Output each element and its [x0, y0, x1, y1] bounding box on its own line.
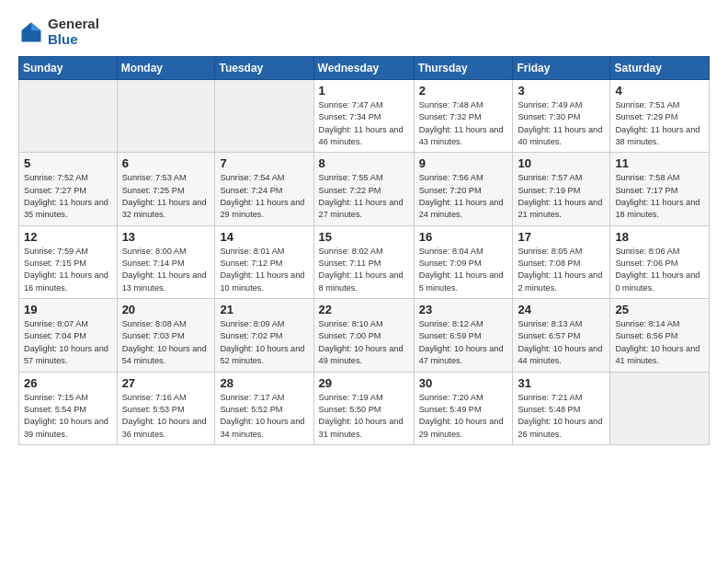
calendar-cell: 21Sunrise: 8:09 AM Sunset: 7:02 PM Dayli… [215, 299, 313, 372]
day-info: Sunrise: 8:01 AM Sunset: 7:12 PM Dayligh… [220, 246, 308, 294]
page: General Blue SundayMondayTuesdayWednesda… [0, 0, 728, 563]
day-info: Sunrise: 8:07 AM Sunset: 7:04 PM Dayligh… [24, 318, 112, 367]
day-number: 3 [518, 84, 605, 98]
day-number: 23 [419, 303, 508, 316]
logo: General Blue [18, 17, 99, 47]
svg-marker-1 [31, 22, 41, 30]
calendar-cell: 7Sunrise: 7:54 AM Sunset: 7:24 PM Daylig… [215, 153, 313, 225]
day-number: 1 [319, 84, 409, 98]
day-info: Sunrise: 7:55 AM Sunset: 7:22 PM Dayligh… [319, 172, 409, 221]
weekday-header-saturday: Saturday [610, 57, 710, 80]
calendar-cell: 10Sunrise: 7:57 AM Sunset: 7:19 PM Dayli… [513, 153, 610, 225]
calendar-cell: 3Sunrise: 7:49 AM Sunset: 7:30 PM Daylig… [513, 80, 610, 153]
day-number: 31 [518, 376, 605, 390]
day-number: 24 [518, 303, 605, 316]
calendar-week-row: 12Sunrise: 7:59 AM Sunset: 7:15 PM Dayli… [19, 225, 710, 298]
calendar-cell: 14Sunrise: 8:01 AM Sunset: 7:12 PM Dayli… [215, 225, 313, 298]
day-info: Sunrise: 7:52 AM Sunset: 7:27 PM Dayligh… [24, 172, 112, 221]
calendar-cell: 23Sunrise: 8:12 AM Sunset: 6:59 PM Dayli… [414, 299, 513, 372]
day-number: 2 [419, 84, 508, 98]
day-number: 18 [615, 230, 704, 244]
day-number: 19 [24, 303, 112, 316]
weekday-header-monday: Monday [117, 57, 215, 80]
day-number: 28 [220, 376, 308, 390]
day-number: 6 [122, 156, 210, 170]
day-info: Sunrise: 8:05 AM Sunset: 7:08 PM Dayligh… [518, 246, 605, 294]
day-number: 29 [319, 376, 409, 390]
calendar-week-row: 5Sunrise: 7:52 AM Sunset: 7:27 PM Daylig… [19, 153, 710, 225]
calendar-cell: 30Sunrise: 7:20 AM Sunset: 5:49 PM Dayli… [414, 372, 513, 444]
calendar-cell [215, 80, 313, 153]
day-number: 25 [615, 303, 704, 316]
day-number: 15 [319, 230, 409, 244]
calendar-cell: 17Sunrise: 8:05 AM Sunset: 7:08 PM Dayli… [513, 225, 610, 298]
calendar-cell: 16Sunrise: 8:04 AM Sunset: 7:09 PM Dayli… [414, 225, 513, 298]
calendar-cell: 2Sunrise: 7:48 AM Sunset: 7:32 PM Daylig… [414, 80, 513, 153]
day-number: 30 [419, 376, 508, 390]
day-info: Sunrise: 7:56 AM Sunset: 7:20 PM Dayligh… [419, 172, 508, 221]
day-number: 16 [419, 230, 508, 244]
calendar-week-row: 19Sunrise: 8:07 AM Sunset: 7:04 PM Dayli… [19, 299, 710, 372]
calendar-week-row: 26Sunrise: 7:15 AM Sunset: 5:54 PM Dayli… [19, 372, 710, 444]
calendar-week-row: 1Sunrise: 7:47 AM Sunset: 7:34 PM Daylig… [19, 80, 710, 153]
day-info: Sunrise: 8:13 AM Sunset: 6:57 PM Dayligh… [518, 318, 605, 367]
day-info: Sunrise: 7:53 AM Sunset: 7:25 PM Dayligh… [122, 172, 210, 221]
day-info: Sunrise: 8:08 AM Sunset: 7:03 PM Dayligh… [122, 318, 210, 367]
calendar-cell: 19Sunrise: 8:07 AM Sunset: 7:04 PM Dayli… [19, 299, 118, 372]
calendar-cell: 6Sunrise: 7:53 AM Sunset: 7:25 PM Daylig… [117, 153, 215, 225]
header: General Blue [18, 17, 710, 47]
day-number: 7 [220, 156, 308, 170]
calendar-cell: 1Sunrise: 7:47 AM Sunset: 7:34 PM Daylig… [313, 80, 414, 153]
day-number: 4 [615, 84, 704, 98]
calendar-cell: 11Sunrise: 7:58 AM Sunset: 7:17 PM Dayli… [610, 153, 710, 225]
calendar-cell: 20Sunrise: 8:08 AM Sunset: 7:03 PM Dayli… [117, 299, 215, 372]
day-number: 14 [220, 230, 308, 244]
day-number: 26 [24, 376, 112, 390]
logo-text: General Blue [48, 17, 99, 47]
calendar-cell: 4Sunrise: 7:51 AM Sunset: 7:29 PM Daylig… [610, 80, 710, 153]
calendar-cell: 9Sunrise: 7:56 AM Sunset: 7:20 PM Daylig… [414, 153, 513, 225]
day-info: Sunrise: 8:10 AM Sunset: 7:00 PM Dayligh… [319, 318, 409, 367]
day-info: Sunrise: 7:17 AM Sunset: 5:52 PM Dayligh… [220, 392, 308, 441]
day-info: Sunrise: 8:02 AM Sunset: 7:11 PM Dayligh… [319, 246, 409, 294]
day-number: 22 [319, 303, 409, 316]
day-info: Sunrise: 7:59 AM Sunset: 7:15 PM Dayligh… [24, 246, 112, 294]
day-info: Sunrise: 8:00 AM Sunset: 7:14 PM Dayligh… [122, 246, 210, 294]
calendar-cell: 12Sunrise: 7:59 AM Sunset: 7:15 PM Dayli… [19, 225, 118, 298]
weekday-header-friday: Friday [513, 57, 610, 80]
day-info: Sunrise: 7:49 AM Sunset: 7:30 PM Dayligh… [518, 99, 605, 148]
day-info: Sunrise: 8:04 AM Sunset: 7:09 PM Dayligh… [419, 246, 508, 294]
calendar-cell [610, 372, 710, 444]
calendar-table: SundayMondayTuesdayWednesdayThursdayFrid… [18, 56, 710, 445]
calendar-cell: 31Sunrise: 7:21 AM Sunset: 5:48 PM Dayli… [513, 372, 610, 444]
calendar-cell: 18Sunrise: 8:06 AM Sunset: 7:06 PM Dayli… [610, 225, 710, 298]
day-info: Sunrise: 7:19 AM Sunset: 5:50 PM Dayligh… [319, 392, 409, 441]
calendar-cell: 27Sunrise: 7:16 AM Sunset: 5:53 PM Dayli… [117, 372, 215, 444]
calendar-cell: 13Sunrise: 8:00 AM Sunset: 7:14 PM Dayli… [117, 225, 215, 298]
day-number: 12 [24, 230, 112, 244]
calendar-cell: 24Sunrise: 8:13 AM Sunset: 6:57 PM Dayli… [513, 299, 610, 372]
day-info: Sunrise: 8:06 AM Sunset: 7:06 PM Dayligh… [615, 246, 704, 294]
day-number: 21 [220, 303, 308, 316]
weekday-header-tuesday: Tuesday [215, 57, 313, 80]
day-info: Sunrise: 7:48 AM Sunset: 7:32 PM Dayligh… [419, 99, 508, 148]
calendar-cell: 15Sunrise: 8:02 AM Sunset: 7:11 PM Dayli… [313, 225, 414, 298]
day-info: Sunrise: 7:47 AM Sunset: 7:34 PM Dayligh… [319, 99, 409, 148]
day-info: Sunrise: 7:58 AM Sunset: 7:17 PM Dayligh… [615, 172, 704, 221]
calendar-cell [19, 80, 118, 153]
day-number: 8 [319, 156, 409, 170]
calendar-cell: 8Sunrise: 7:55 AM Sunset: 7:22 PM Daylig… [313, 153, 414, 225]
day-info: Sunrise: 7:54 AM Sunset: 7:24 PM Dayligh… [220, 172, 308, 221]
day-info: Sunrise: 8:14 AM Sunset: 6:56 PM Dayligh… [615, 318, 704, 367]
weekday-header-wednesday: Wednesday [313, 57, 414, 80]
day-info: Sunrise: 8:12 AM Sunset: 6:59 PM Dayligh… [419, 318, 508, 367]
day-number: 10 [518, 156, 605, 170]
day-info: Sunrise: 7:21 AM Sunset: 5:48 PM Dayligh… [518, 392, 605, 441]
day-info: Sunrise: 7:20 AM Sunset: 5:49 PM Dayligh… [419, 392, 508, 441]
calendar-cell: 22Sunrise: 8:10 AM Sunset: 7:00 PM Dayli… [313, 299, 414, 372]
day-number: 5 [24, 156, 112, 170]
calendar-cell [117, 80, 215, 153]
svg-marker-2 [22, 22, 32, 30]
day-number: 27 [122, 376, 210, 390]
day-info: Sunrise: 7:51 AM Sunset: 7:29 PM Dayligh… [615, 99, 704, 148]
